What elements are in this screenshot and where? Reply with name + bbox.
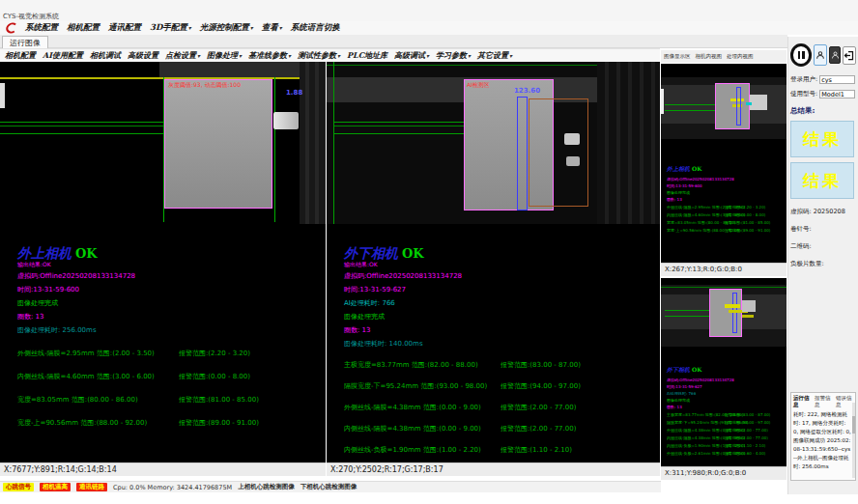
elapsed-line: 图像处理耗时: 256.00ms — [17, 325, 322, 335]
negative-count-line: 负极片数量: — [790, 260, 856, 268]
chevron-down-icon: ▾ — [468, 52, 471, 59]
thumb-tab-camera-view[interactable]: 相机内视图 — [696, 53, 723, 60]
toolbar-plc-library[interactable]: PLC地址库 — [347, 50, 387, 61]
toolbar-camera-config[interactable]: 相机配置 — [5, 50, 36, 61]
menu-item-3d-config[interactable]: 3D手配置▾ — [150, 22, 191, 34]
threshold-overlay: 灰度阈值:93, 动态阈值:100 — [168, 81, 241, 90]
toolbar-test-params[interactable]: 测试性参数▾ — [298, 50, 340, 61]
toolbar-baseline-params[interactable]: 基准线参数▾ — [248, 50, 291, 61]
camera-temp-badge: 相机温高 — [40, 483, 71, 491]
menu-item-camera-config[interactable]: 相机配置 — [67, 22, 100, 34]
toolbar-other-settings[interactable]: 其它设置▾ — [477, 50, 512, 61]
thumbnail-upper[interactable]: 外上相机OK 虚拟码:Offline20250208133134728 时间:1… — [661, 64, 786, 276]
thumbnail-image-lower — [661, 285, 786, 347]
ai-blue-box — [517, 97, 528, 210]
camera-view-lower[interactable]: AI检测区 123.60 — [327, 62, 660, 224]
tab-strip: 运行图像 — [0, 35, 787, 48]
menu-item-language[interactable]: 系统语言切换 — [291, 22, 340, 34]
toolbar-image-processing[interactable]: 图像处理▾ — [207, 50, 242, 61]
time-line: 时间:13-31-59-600 — [17, 285, 322, 294]
thumb-tab-display[interactable]: 图像显示区 — [664, 53, 691, 60]
thumbnail-header: 图像显示区 相机内视图 处理内视图 — [661, 50, 786, 63]
log-scrollbar[interactable] — [852, 403, 855, 478]
thumbnail-image-upper — [661, 77, 786, 139]
log-tab-alarm[interactable]: 报警信息 — [815, 395, 832, 408]
login-user-label: 登录用户: — [790, 75, 817, 84]
thumb-tab-processed-view[interactable]: 处理内视图 — [727, 53, 754, 60]
toolbar-learning-params[interactable]: 学习参数▾ — [436, 50, 471, 61]
menu-item-light-config[interactable]: 光源控制配置▾ — [200, 22, 253, 34]
machine-texture — [300, 62, 326, 224]
connector-part — [273, 112, 299, 129]
model-input[interactable] — [819, 90, 855, 98]
value-overlay: 123.60 — [514, 87, 540, 95]
measurement-row: 内侧丝线-隔膜=4.60mm 范围:(3.00 - 6.00)报警范围:(0.0… — [17, 372, 322, 381]
toolbar-advanced-settings[interactable]: 高级设置 — [128, 50, 158, 61]
heartbeat-badge: 心跳信号 — [3, 483, 34, 491]
log-panel: 运行信息 报警信息 错误信息 耗时: 222, 网络检测耗时: 17, 网络分类… — [790, 392, 856, 481]
barcode-line: 虚拟码:Offline20250208133134728 — [344, 271, 656, 281]
menu-item-comm-config[interactable]: 通讯配置 — [108, 22, 141, 34]
camera-title: 外上相机OK — [17, 245, 322, 261]
edge-line — [333, 62, 334, 224]
tab-run-image[interactable]: 运行图像 — [2, 36, 48, 49]
chevron-down-icon: ▾ — [426, 52, 429, 59]
result-text-upper: 外上相机OK 输出结果:OK 虚拟码:Offline20250208133134… — [17, 245, 322, 428]
login-user-input[interactable] — [819, 75, 855, 84]
value-overlay: 1.88 — [286, 89, 302, 97]
log-text: 耗时: 222, 网络检测耗时: 17, 网络分类耗时: 0, 网络提取分区耗时… — [793, 410, 851, 471]
pixel-readout-thumb-upper: X:267;Y:13;R:0;G:0;B:0 — [661, 263, 786, 276]
tab-orange-box — [529, 98, 588, 207]
thumbnail-text-upper: 外上相机OK 虚拟码:Offline20250208133134728 时间:1… — [667, 156, 785, 233]
app-window: CYS-视觉检测系统 系统配置 相机配置 通讯配置 3D手配置▾ 光源控制配置▾… — [0, 0, 858, 504]
thumbnail-lower[interactable]: 外下相机OK 虚拟码:Offline20250208133134728 时间:1… — [661, 278, 786, 480]
pause-button[interactable] — [790, 43, 812, 67]
log-tab-run[interactable]: 运行信息 — [793, 395, 811, 408]
toolbar: 相机配置 AI使用配置 相机调试 高级设置 点检设置▾ 图像处理▾ 基准线参数▾… — [0, 48, 660, 62]
user-button[interactable] — [814, 44, 827, 66]
ruler-line — [334, 133, 464, 134]
login-user-field: 登录用户: — [790, 75, 856, 84]
process-status: 图像处理完成 — [344, 312, 656, 322]
annotation-mark — [725, 304, 740, 308]
menu-bar: 系统配置 相机配置 通讯配置 3D手配置▾ 光源控制配置▾ 查看▾ 系统语言切换 — [0, 21, 858, 35]
user-icon — [815, 48, 825, 62]
menu-item-system-config[interactable]: 系统配置 — [25, 22, 58, 34]
chevron-down-icon: ▾ — [250, 24, 253, 31]
toolbar-spot-check[interactable]: 点检设置▾ — [165, 50, 200, 61]
annotation-mark — [746, 102, 752, 105]
annotation-mark — [742, 315, 754, 318]
control-sidebar: 登录用户: 使用型号: 总结果: 结果 结果 虚拟码: 20250208 卷针号… — [787, 37, 858, 494]
output-result: 输出结果:OK — [17, 261, 322, 267]
chevron-down-icon: ▾ — [288, 52, 291, 59]
status-badge: OK — [75, 246, 98, 261]
toolbar-camera-debug[interactable]: 相机调试 — [90, 50, 121, 61]
measurement-row: 内侧丝线-隔膜=4.38mm 范围:(0.00 - 9.00)报警范围:(2.0… — [344, 424, 656, 434]
logout-button[interactable] — [843, 46, 856, 65]
pin-number-line: 卷针号: — [790, 225, 856, 234]
chevron-down-icon: ▾ — [337, 52, 340, 59]
menu-item-view[interactable]: 查看▾ — [262, 22, 282, 34]
ruler-line — [334, 122, 464, 123]
toolbar-ai-config[interactable]: AI使用配置 — [43, 50, 83, 61]
measurement-row: 外侧丝线-隔膜=2.95mm 范围:(2.00 - 3.50)报警范围:(2.2… — [17, 349, 322, 358]
chevron-down-icon: ▾ — [509, 52, 512, 59]
camera-view-upper[interactable]: 灰度阈值:93, 动态阈值:100 1.88 — [0, 62, 326, 224]
ai-elapsed-line: AI处理耗时: 766 — [344, 298, 656, 308]
model-label: 使用型号: — [790, 90, 817, 98]
camera-panel-upper: 灰度阈值:93, 动态阈值:100 1.88 外上相机OK 输出结果:OK 虚拟… — [0, 62, 326, 476]
log-tab-error[interactable]: 错误信息 — [836, 395, 853, 408]
edge-line — [274, 77, 275, 222]
thumbnail-text-lower: 外下相机OK 虚拟码:Offline20250208133134728 时间:1… — [667, 357, 785, 456]
app-logo-icon — [4, 22, 16, 34]
toolbar-advanced-debug[interactable]: 高级调试▾ — [394, 50, 429, 61]
log-tabs: 运行信息 报警信息 错误信息 — [793, 395, 853, 408]
measurement-row: 隔膜宽度-下=95.24mm 范围:(93.00 - 98.00)报警范围:(9… — [344, 381, 656, 391]
process-status: 图像处理完成 — [17, 298, 322, 308]
camera-title: 外下相机OK — [344, 245, 656, 261]
user-settings-button[interactable] — [829, 46, 841, 64]
virtual-code-line: 虚拟码: 20250208 — [790, 208, 856, 216]
edge-line — [163, 77, 164, 222]
chevron-down-icon: ▾ — [197, 52, 200, 59]
time-line: 时间:13-31-59-627 — [344, 285, 656, 294]
